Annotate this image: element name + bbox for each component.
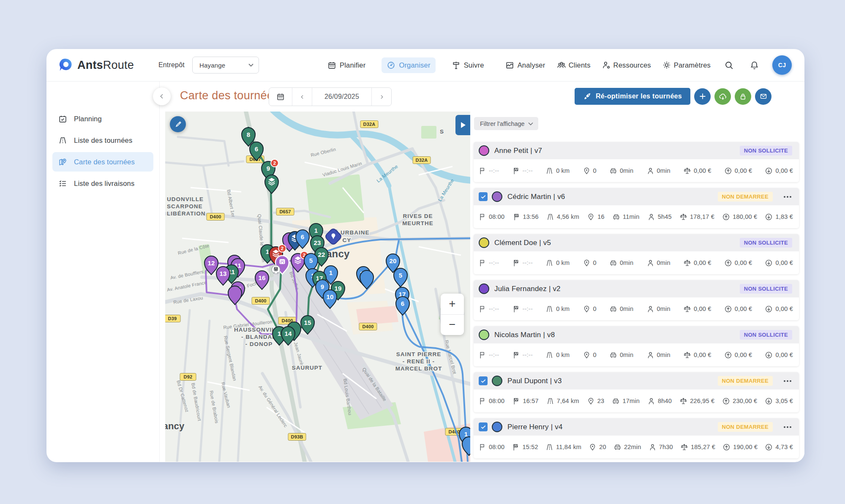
area-label: CY <box>343 237 352 243</box>
map-canvas[interactable]: Rue OberlinViaduc Louis MarinRue de la C… <box>165 112 470 462</box>
location-pin-icon <box>587 397 595 405</box>
calendar-button[interactable] <box>269 88 292 106</box>
route-card-header[interactable]: Pierre Henry | v4NON DEMARREE <box>474 418 799 436</box>
route-card-header[interactable]: Clément Doe | v5NON SOLLICITE <box>474 234 799 251</box>
road-icon <box>546 397 554 405</box>
nav-clients[interactable]: Clients <box>557 60 591 70</box>
stat-pin: 20 <box>589 443 606 451</box>
route-checkbox[interactable] <box>479 376 488 385</box>
road-shield: D92 <box>180 373 196 381</box>
draw-button[interactable] <box>170 116 186 132</box>
stat-flag: 08:00 <box>478 213 504 221</box>
nav-analyser[interactable]: Analyser <box>500 57 551 73</box>
stat-truck: 11min <box>612 213 639 221</box>
stat-finish: --:-- <box>512 351 533 359</box>
warehouse-selector-group: Entrepôt Hayange <box>158 57 259 74</box>
search-button[interactable] <box>722 58 736 72</box>
expand-map-button[interactable] <box>455 115 470 135</box>
route-checkbox[interactable] <box>479 422 488 431</box>
next-day-button[interactable] <box>371 88 391 106</box>
arrow-down-circle-icon <box>765 443 773 451</box>
svg-text:D400: D400 <box>362 324 373 329</box>
route-card-header[interactable]: Nicolas Martin | v8NON SOLLICITE <box>474 326 799 343</box>
stat-person: 8h40 <box>647 397 672 405</box>
user-avatar[interactable]: CJ <box>772 55 792 75</box>
driver-name: Pierre Henry | v4 <box>507 423 563 431</box>
antsroute-logo[interactable]: AntsRoute <box>58 57 134 73</box>
card-menu-button[interactable] <box>783 425 792 430</box>
route-card: Paul Dupont | v3NON DEMARREE08:0016:577,… <box>474 372 799 412</box>
cloud-download-icon <box>718 92 727 101</box>
road-shield: D400 <box>207 213 224 221</box>
cloud-download-button[interactable] <box>714 88 731 105</box>
filter-display-button[interactable]: Filtrer l'affichage <box>474 117 538 130</box>
sidebar: Planning Liste des tournées Carte des to… <box>46 82 160 462</box>
nav-suivre[interactable]: Suivre <box>447 57 489 73</box>
arrow-down-circle-icon <box>765 351 773 359</box>
date-value[interactable]: 26/09/2025 <box>312 88 371 106</box>
stat-up: 230,00 € <box>722 397 757 405</box>
svg-text:1: 1 <box>266 248 270 255</box>
arrow-up-circle-icon <box>724 167 732 175</box>
navbar: AntsRoute Entrepôt Hayange Planifier <box>46 49 804 82</box>
route-checkbox[interactable] <box>479 192 488 201</box>
svg-text:D32A: D32A <box>416 158 428 163</box>
warehouse-select[interactable]: Hayange <box>192 57 259 74</box>
nav-organiser[interactable]: Organiser <box>382 57 435 73</box>
route-card: Julia Fernandez | v2NON SOLLICITE--:----… <box>474 280 799 320</box>
app-window: AntsRoute Entrepôt Hayange Planifier <box>46 49 804 462</box>
mail-button[interactable] <box>755 88 771 105</box>
route-card-header[interactable]: Julia Fernandez | v2NON SOLLICITE <box>474 280 799 297</box>
header-actions: Ré-optimiser les tournées <box>575 88 771 105</box>
route-stats-row: --:----:--0 km00min0min0,00 €0,00 €0,00 … <box>474 297 799 320</box>
stop-count-badge: 2 <box>271 159 278 167</box>
route-card-header[interactable]: Anne Petit | v7NON SOLLICITE <box>474 142 799 159</box>
sidebar-item-carte-tournees[interactable]: Carte des tournées <box>52 152 153 172</box>
nav-parametres[interactable]: Paramètres <box>662 60 711 70</box>
stat-flag: 08:00 <box>478 397 504 405</box>
area-label: - DONOP <box>245 341 273 347</box>
reoptimize-button[interactable]: Ré-optimiser les tournées <box>575 88 690 105</box>
checklist-icon <box>58 179 67 188</box>
location-pin-icon <box>583 351 591 359</box>
nav-planifier[interactable]: Planifier <box>322 57 371 73</box>
add-button[interactable] <box>694 88 711 105</box>
back-button[interactable] <box>153 87 171 105</box>
vehicle-icon <box>609 351 617 359</box>
area-label: - RENÉ II - <box>403 358 435 365</box>
card-menu-button[interactable] <box>783 194 792 199</box>
warehouse-label: Entrepôt <box>158 61 185 69</box>
zoom-in-button[interactable]: + <box>441 294 464 315</box>
vehicle-icon <box>613 443 621 451</box>
finish-flag-icon <box>512 305 520 313</box>
person-icon <box>646 305 654 313</box>
sidebar-item-liste-livraisons[interactable]: Liste des livraisons <box>52 174 153 193</box>
calendar-icon <box>276 93 285 101</box>
status-badge: NON DEMARREE <box>718 422 773 432</box>
gear-icon <box>662 60 671 70</box>
nav-ressources[interactable]: Ressources <box>602 60 651 70</box>
stat-scale: 226,95 € <box>679 397 714 405</box>
lock-button[interactable] <box>735 88 751 105</box>
notifications-button[interactable] <box>747 58 761 72</box>
route-card-header[interactable]: Paul Dupont | v3NON DEMARREE <box>474 372 799 390</box>
finish-flag-icon <box>512 259 520 267</box>
flag-icon <box>478 213 486 221</box>
content-header: Carte des tournées 26/09/2025 <box>160 82 804 112</box>
route-stats-row: 08:0016:577,64 km2317min8h40226,95 €230,… <box>474 390 799 412</box>
logo-text: AntsRoute <box>77 59 134 72</box>
svg-text:D32A: D32A <box>363 122 376 127</box>
driver-name: Clément Doe | v5 <box>494 239 551 247</box>
stat-finish: --:-- <box>512 259 533 267</box>
sidebar-item-liste-tournees[interactable]: Liste des tournées <box>52 131 153 150</box>
stat-down: 0,00 € <box>765 351 793 359</box>
svg-text:20: 20 <box>389 257 396 264</box>
person-icon <box>647 213 655 221</box>
sidebar-item-planning[interactable]: Planning <box>52 109 153 128</box>
person-icon <box>647 397 655 405</box>
previous-day-button[interactable] <box>292 88 312 106</box>
route-card-header[interactable]: Cédric Martin | v6NON DEMARREE <box>474 188 799 205</box>
zoom-out-button[interactable]: − <box>441 315 464 335</box>
card-menu-button[interactable] <box>783 379 792 384</box>
flag-icon <box>478 443 486 451</box>
